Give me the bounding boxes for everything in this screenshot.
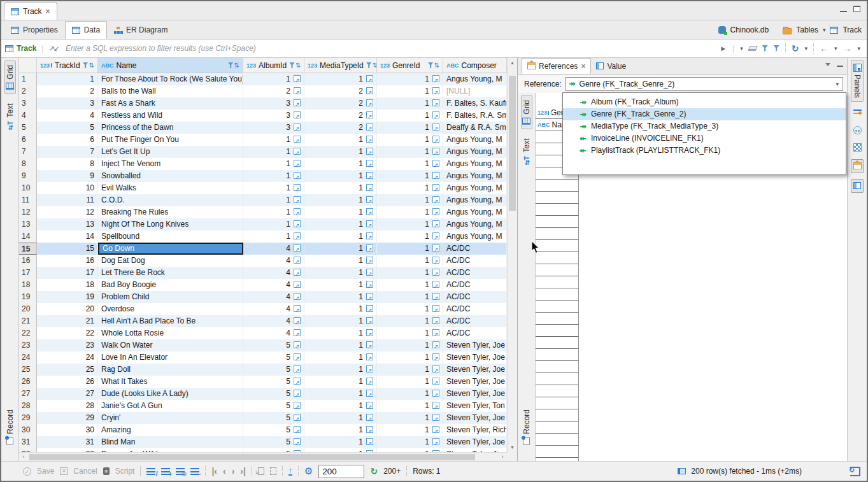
cell-albumid[interactable]: 5 bbox=[243, 400, 304, 412]
cell-mediatypeid[interactable]: 1 bbox=[304, 291, 377, 303]
add-row-icon[interactable] bbox=[161, 468, 170, 475]
cell-name[interactable]: Blind Man bbox=[98, 436, 243, 448]
row-number[interactable]: 4 bbox=[19, 110, 37, 122]
open-reference-icon[interactable] bbox=[366, 124, 373, 131]
row-number[interactable]: 22 bbox=[19, 327, 37, 339]
back-chevron-icon[interactable]: ▾ bbox=[834, 45, 837, 52]
cell-composer[interactable]: Angus Young, M bbox=[443, 230, 507, 243]
row-number[interactable]: 5 bbox=[19, 122, 37, 134]
cell-mediatypeid[interactable]: 1 bbox=[304, 170, 377, 182]
cell-trackid[interactable]: 25 bbox=[37, 364, 98, 376]
open-reference-icon[interactable] bbox=[432, 220, 439, 227]
open-reference-icon[interactable] bbox=[294, 317, 301, 324]
cell-composer[interactable]: AC/DC bbox=[443, 315, 507, 327]
cell-genreid[interactable]: 1 bbox=[377, 364, 443, 376]
cell-genreid[interactable]: 1 bbox=[377, 85, 443, 97]
script-button[interactable]: a Script bbox=[103, 467, 135, 476]
cell-albumid[interactable]: 1 bbox=[243, 146, 304, 158]
row-number[interactable]: 21 bbox=[19, 315, 37, 327]
cell-name[interactable]: Balls to the Wall bbox=[98, 85, 243, 97]
row-number[interactable]: 20 bbox=[19, 303, 37, 315]
cell-genreid[interactable]: 1 bbox=[377, 255, 443, 267]
sort-updown-icon[interactable]: ⇅ bbox=[89, 62, 94, 69]
table-row[interactable]: 77Let's Get It Up111Angus Young, M bbox=[19, 146, 507, 158]
sql-filter-input[interactable]: Enter a SQL expression to filter results… bbox=[63, 44, 715, 53]
calc-panel-icon[interactable] bbox=[851, 108, 864, 119]
open-reference-icon[interactable] bbox=[366, 293, 373, 300]
cell-composer[interactable]: Steven Tyler, Joe bbox=[443, 412, 507, 424]
cell-albumid[interactable]: 5 bbox=[243, 412, 304, 424]
toggle-panels-icon[interactable] bbox=[850, 467, 860, 476]
minimize-panel-icon[interactable] bbox=[837, 62, 843, 67]
dropdown-item[interactable]: ↞PlaylistTrack (PLAYLISTTRACK_FK1) bbox=[563, 145, 846, 157]
cell-trackid[interactable]: 5 bbox=[37, 122, 98, 134]
cell-composer[interactable]: AC/DC bbox=[443, 255, 507, 267]
cell-mediatypeid[interactable]: 1 bbox=[304, 436, 377, 448]
open-reference-icon[interactable] bbox=[432, 160, 439, 167]
cell-mediatypeid[interactable]: 2 bbox=[304, 110, 377, 122]
cell-trackid[interactable]: 28 bbox=[37, 400, 98, 412]
filter-entity[interactable]: Track bbox=[5, 44, 36, 53]
tab-data[interactable]: Data bbox=[65, 21, 107, 39]
open-reference-icon[interactable] bbox=[366, 232, 373, 239]
dropdown-item[interactable]: ↞InvoiceLine (INVOICELINE_FK1) bbox=[563, 132, 846, 145]
cell-name[interactable]: Put The Finger On You bbox=[98, 134, 243, 146]
open-reference-icon[interactable] bbox=[366, 341, 373, 348]
open-reference-icon[interactable] bbox=[432, 426, 439, 433]
row-number[interactable]: 17 bbox=[19, 267, 37, 279]
fetch-all-icon[interactable] bbox=[270, 467, 276, 475]
cell-albumid[interactable]: 5 bbox=[243, 376, 304, 388]
table-row[interactable]: 2323Walk On Water511Steven Tyler, Joe bbox=[19, 339, 507, 351]
open-reference-icon[interactable] bbox=[294, 160, 301, 167]
cell-genreid[interactable]: 1 bbox=[377, 267, 443, 279]
text-view-button[interactable]: ⇆T Text bbox=[4, 99, 16, 135]
cell-trackid[interactable]: 31 bbox=[37, 436, 98, 448]
cell-composer[interactable]: Steven Tyler, Joe bbox=[443, 388, 507, 400]
cell-mediatypeid[interactable]: 2 bbox=[304, 85, 377, 97]
breadcrumb-table[interactable]: Track bbox=[843, 25, 862, 34]
column-filter-sort-icons[interactable]: ⇅ bbox=[83, 62, 94, 69]
column-filter-sort-icons[interactable]: ⇅ bbox=[228, 62, 239, 69]
close-icon[interactable]: × bbox=[46, 7, 50, 16]
cell-genreid[interactable]: 1 bbox=[377, 230, 443, 243]
open-reference-icon[interactable] bbox=[432, 136, 439, 143]
cell-name[interactable]: Love In An Elevator bbox=[98, 351, 243, 364]
row-number[interactable]: 14 bbox=[19, 230, 37, 243]
open-reference-icon[interactable] bbox=[294, 196, 301, 203]
cell-genreid[interactable]: 1 bbox=[377, 327, 443, 339]
open-reference-icon[interactable] bbox=[366, 184, 373, 191]
filter-funnel-icon[interactable] bbox=[428, 62, 434, 69]
open-reference-icon[interactable] bbox=[294, 353, 301, 360]
filter-history-chevron-icon[interactable]: ▾ bbox=[740, 45, 743, 52]
row-number-header[interactable] bbox=[19, 58, 37, 73]
row-number[interactable]: 19 bbox=[19, 291, 37, 303]
panel-text-view-button[interactable]: ⇆T Text bbox=[521, 134, 532, 170]
cell-trackid[interactable]: 17 bbox=[37, 267, 98, 279]
row-number[interactable]: 26 bbox=[19, 376, 37, 388]
open-reference-icon[interactable] bbox=[294, 402, 301, 409]
open-reference-icon[interactable] bbox=[294, 148, 301, 155]
open-reference-icon[interactable] bbox=[366, 172, 373, 179]
cell-name[interactable]: Problem Child bbox=[98, 291, 243, 303]
cell-mediatypeid[interactable]: 1 bbox=[304, 327, 377, 339]
cell-genreid[interactable]: 1 bbox=[377, 400, 443, 412]
cell-mediatypeid[interactable]: 1 bbox=[304, 388, 377, 400]
first-row-icon[interactable]: |‹ bbox=[211, 466, 217, 476]
row-number[interactable]: 30 bbox=[19, 424, 37, 436]
custom-filter-icon[interactable] bbox=[762, 45, 768, 52]
open-reference-icon[interactable] bbox=[366, 111, 373, 118]
row-number[interactable]: 24 bbox=[19, 351, 37, 364]
cell-albumid[interactable]: 1 bbox=[243, 134, 304, 146]
edit-cell-icon[interactable] bbox=[146, 468, 155, 475]
cell-mediatypeid[interactable]: 1 bbox=[304, 146, 377, 158]
cell-genreid[interactable]: 1 bbox=[377, 134, 443, 146]
table-row[interactable]: 22Balls to the Wall221[NULL] bbox=[19, 85, 507, 97]
hscroll-thumb[interactable] bbox=[29, 454, 475, 460]
row-number[interactable]: 13 bbox=[19, 218, 37, 230]
cell-mediatypeid[interactable]: 1 bbox=[304, 315, 377, 327]
cell-name[interactable]: Bad Boy Boogie bbox=[98, 279, 243, 291]
cell-name[interactable]: Fast As a Shark bbox=[98, 97, 243, 110]
cell-name[interactable]: Snowballed bbox=[98, 170, 243, 182]
combo-chevron-icon[interactable]: ▾ bbox=[836, 81, 840, 87]
open-reference-icon[interactable] bbox=[366, 99, 373, 106]
